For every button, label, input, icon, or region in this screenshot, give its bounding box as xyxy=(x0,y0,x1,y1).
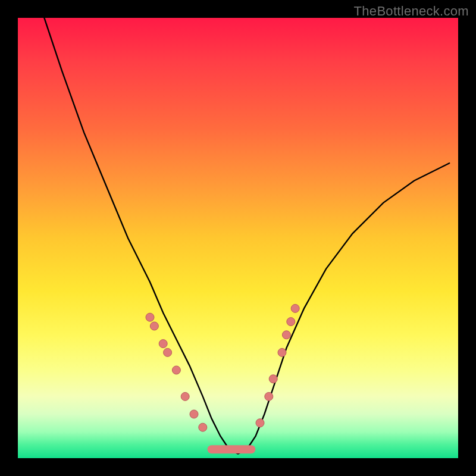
marker-dot-left xyxy=(181,392,189,400)
marker-dot-left xyxy=(199,423,207,431)
bottleneck-curve xyxy=(44,18,449,454)
marker-dot-left xyxy=(146,313,154,321)
marker-dot-right xyxy=(287,318,295,326)
marker-dot-right xyxy=(282,331,290,339)
watermark-text: TheBottleneck.com xyxy=(354,4,469,19)
marker-dot-right xyxy=(291,304,299,312)
data-markers xyxy=(146,304,299,449)
marker-dot-left xyxy=(150,322,158,330)
marker-dot-right xyxy=(265,392,273,400)
chart-svg xyxy=(18,18,458,458)
outer-frame: TheBottleneck.com xyxy=(0,0,476,476)
marker-dot-right xyxy=(256,419,264,427)
marker-dot-left xyxy=(164,348,172,356)
marker-dot-left xyxy=(159,340,167,348)
marker-dot-left xyxy=(172,366,180,374)
marker-dot-right xyxy=(269,375,277,383)
marker-dot-right xyxy=(278,348,286,356)
plot-area xyxy=(18,18,458,458)
marker-dot-left xyxy=(190,410,198,418)
